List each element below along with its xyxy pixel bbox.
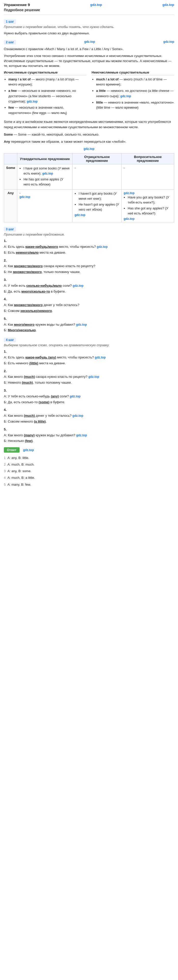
item-num: 5. — [4, 427, 174, 432]
item-question-b: Б: Несколько (few). — [4, 438, 174, 444]
step4-label: 4 шаг — [4, 337, 16, 342]
item-question-a: А: Есть здесь какое-нибудь (any) место, … — [4, 355, 174, 360]
gdz-s3-1[interactable]: gdz.top — [97, 245, 108, 248]
answer-list: 1 A: any, B: little. 2 A: much, B: much.… — [4, 455, 174, 488]
step1-label: 1 шаг — [4, 19, 16, 24]
step4-item-1: 1. А: Есть здесь какое-нибудь (any) мест… — [4, 349, 174, 366]
step2-desc: Употребление этих слов тесно связано с п… — [4, 53, 174, 68]
divider-1 — [4, 14, 174, 15]
any-negative: I haven't got any books (У меня нет книг… — [73, 189, 122, 222]
list-item: 4 A: much, B: a little. — [4, 474, 174, 481]
item-question-a: А: Как множество/много сахара нужно клас… — [4, 264, 174, 269]
any-row-header: Any — [4, 189, 17, 222]
item-question-b: Б: Совсем немного (a little). — [4, 419, 174, 424]
gdz-s4-5[interactable]: gdz.top — [76, 434, 87, 437]
exercise-header: Упражнение 9 gdz.top gdz.top — [4, 3, 174, 7]
item-question-a: А: Как много (much) сахара нужно класть … — [4, 374, 174, 380]
item-num: 2. — [4, 369, 174, 374]
step3-item-4: 4. А: Как множество/много денег у тебя о… — [4, 297, 174, 313]
gdz-table-center[interactable]: gdz.top — [84, 147, 95, 151]
some-any-intro: Some и any в английском языке являются н… — [4, 119, 174, 130]
list-item: few — несколько в значении «мало, недост… — [8, 105, 86, 116]
gdz-s4-4[interactable]: gdz.top — [73, 414, 83, 417]
item-question-a: А: Как много/много кружек воды ты добави… — [4, 322, 174, 328]
step4-item-4: 4. А: Как много (much) денег у тебя оста… — [4, 407, 174, 424]
table-header-question: Вопросительное предложение — [122, 153, 174, 164]
list-item: He has got some apples (У него есть ябло… — [24, 177, 70, 187]
table-row-any: Any - gdz.top I haven't got any books (У… — [4, 189, 174, 222]
countable-uncountable-section: Исчисляемые существительные many / a lot… — [4, 70, 174, 117]
item-question-a: А: Как много (much) денег у тебя осталос… — [4, 413, 174, 418]
gdz-s4-1[interactable]: gdz.top — [95, 356, 106, 359]
some-row-header: Some — [4, 164, 17, 189]
step3-item-5: 5. А: Как много/много кружек воды ты доб… — [4, 316, 174, 333]
gdz-any-neg[interactable]: gdz.top — [75, 213, 86, 217]
answer-section: Ответ gdz.top 1 A: any, B: little. 2 A: … — [4, 447, 174, 488]
table-header-negative: Отрицательное предложение — [73, 153, 122, 164]
some-desc-text: Some — какой-то, некоторый, сколько-то, … — [18, 132, 99, 136]
gdz-countable-1[interactable]: gdz.top — [27, 100, 38, 103]
item-question-a: А: Есть здесь какие-нибудь/много место, … — [4, 244, 174, 250]
exercise-title: Упражнение 9 — [4, 3, 30, 7]
list-item: much / a lot of — много (much / a lot of… — [96, 77, 174, 88]
gdz-s3-3[interactable]: gdz.top — [73, 284, 84, 288]
list-item: a little — немного, но достаточно (a lit… — [96, 88, 174, 99]
uncountable-col: Неисчисляемые существительные much / a l… — [92, 70, 174, 117]
gdz-s4-3[interactable]: gdz.top — [70, 395, 81, 398]
table-header-pronoun — [4, 153, 17, 164]
item-question-a: А: У тебя есть сколько-нибудь (any) соли… — [4, 394, 174, 399]
gdz-any-q-bottom[interactable]: gdz.top — [124, 217, 135, 221]
gdz-s3-5[interactable]: gdz.top — [76, 323, 87, 326]
gdz-s4-2[interactable]: gdz.top — [88, 375, 99, 379]
gdz-any-q-top[interactable]: gdz.top — [124, 191, 135, 195]
gdz-answer[interactable]: gdz.top — [23, 448, 34, 452]
item-num: 4. — [4, 297, 174, 302]
gdz-some-aff[interactable]: gdz.top — [42, 172, 53, 175]
step1-text: Нужно выбрать правильное слово из двух в… — [4, 31, 174, 36]
gdz-top-header-2[interactable]: gdz.top — [162, 3, 174, 6]
item-question-a: А: У тебя есть сколько-нибудь/мало соли?… — [4, 283, 174, 288]
list-item: a few — несколько в значении «немного, н… — [8, 88, 86, 104]
answer-label: Ответ — [4, 447, 19, 453]
some-negative: - — [73, 164, 122, 189]
item-question-b: Б: Есть немного (little) места на диване… — [4, 361, 174, 366]
gdz-uncountable-1[interactable]: gdz.top — [120, 94, 131, 98]
list-item: I haven't got any books (У меня нет книг… — [79, 191, 119, 201]
step3-item-2: 2. А: Как множество/много сахара нужно к… — [4, 258, 174, 275]
step4-item-2: 2. А: Как много (much) сахара нужно клас… — [4, 369, 174, 385]
countable-header: Исчисляемые существительные — [4, 70, 86, 75]
item-question-b: Б: Много/несколько. — [4, 328, 174, 333]
table-row-some: Some I have got some books (У меня есть … — [4, 164, 174, 189]
item-question-b: Б: Да, есть много/сколько-то в буфете. — [4, 289, 174, 294]
step1-desc: Прочитаем и переведем задание, чтобы пон… — [4, 25, 174, 29]
countable-list: many / a lot of — много (many / a lot of… — [4, 77, 86, 116]
list-item: 3 A: any, B: some. — [4, 468, 174, 474]
list-item: many / a lot of — много (many / a lot of… — [8, 77, 86, 88]
step3-label: 3 шаг — [4, 227, 16, 232]
gdz-step2-1[interactable]: gdz.top — [84, 40, 95, 43]
gdz-top-header-1[interactable]: gdz.top — [90, 3, 102, 6]
list-item: I have got some books (У меня есть книги… — [24, 166, 70, 176]
some-desc: Some — Some — какой-то, некоторый, сколь… — [4, 132, 174, 137]
list-item: 1 A: any, B: little. — [4, 455, 174, 461]
page-subtitle: Подробное решение — [4, 8, 174, 12]
item-question-b: Б: Да, есть сколько-то (some) в буфете. — [4, 400, 174, 405]
list-item: little — немного в значении «мало, недос… — [96, 100, 174, 111]
any-desc: Any переводится таким же образом, а такж… — [4, 139, 174, 145]
item-num: 3. — [4, 277, 174, 283]
step4-item-3: 3. А: У тебя есть сколько-нибудь (any) с… — [4, 388, 174, 405]
table-header-affirmative: Утвердительное предложение — [17, 153, 73, 164]
step1-container: 1 шаг Прочитаем и переведем задание, что… — [4, 17, 174, 36]
step2-container: 2 шаг gdz.top gdz.top Ознакомимся с прав… — [4, 38, 174, 223]
some-question: - — [122, 164, 174, 189]
some-any-table: Утвердительное предложение Отрицательное… — [4, 153, 174, 222]
gdz-step2-2[interactable]: gdz.top — [163, 40, 174, 43]
item-num: 3. — [4, 388, 174, 393]
gdz-any-aff[interactable]: gdz.top — [19, 195, 30, 199]
step3-container: 3 шаг Прочитаем и переведем предложения.… — [4, 225, 174, 333]
any-question: gdz.top Have you got any books? (У тебя … — [122, 189, 174, 222]
list-item: He hasn't got any apples (У него нет ябл… — [79, 202, 119, 212]
list-item: 2 A: much, B: much. — [4, 461, 174, 468]
step3-item-3: 3. А: У тебя есть сколько-нибудь/мало со… — [4, 277, 174, 294]
some-affirmative: I have got some books (У меня есть книги… — [17, 164, 73, 189]
